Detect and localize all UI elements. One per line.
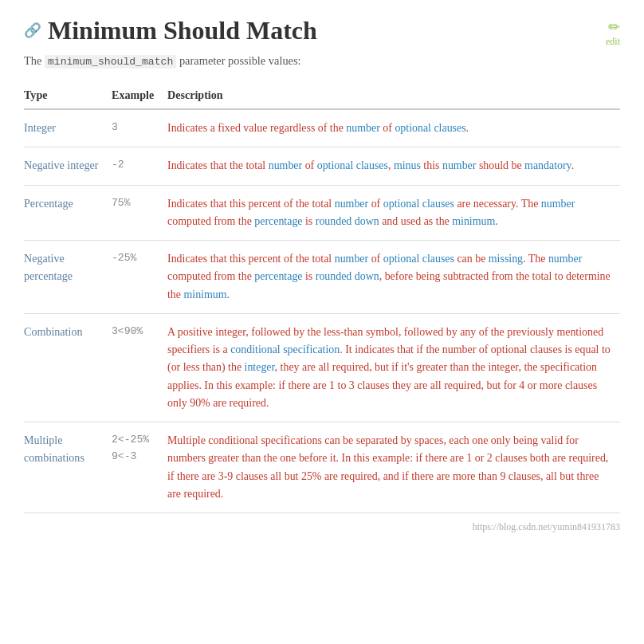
- param-code: minimum_should_match: [45, 55, 176, 69]
- table-row: Percentage75%Indicates that this percent…: [24, 185, 620, 241]
- type-cell: Negative percentage: [24, 241, 112, 314]
- example-cell: 3<90%: [112, 313, 167, 422]
- col-type: Type: [24, 84, 112, 109]
- table-row: Negative integer-2Indicates that the tot…: [24, 147, 620, 185]
- table-row: Negative percentage-25%Indicates that th…: [24, 241, 620, 314]
- page-title: 🔗 Minimum Should Match: [24, 16, 317, 45]
- desc-cell: Indicates that this percent of the total…: [167, 241, 620, 314]
- desc-cell: A positive integer, followed by the less…: [167, 313, 620, 422]
- edit-icon: ✏: [606, 19, 620, 36]
- example-cell: -25%: [112, 241, 167, 314]
- desc-cell: Indicates that this percent of the total…: [167, 185, 620, 241]
- desc-cell: Multiple conditional specifications can …: [167, 422, 620, 513]
- footer-url: https://blog.csdn.net/yumin841931783: [24, 521, 620, 533]
- table-row: Multiple combinations2<-25%9<-3Multiple …: [24, 422, 620, 513]
- example-cell: -2: [112, 147, 167, 185]
- table-row: Integer3Indicates a fixed value regardle…: [24, 109, 620, 147]
- col-description: Description: [167, 84, 620, 109]
- type-cell: Integer: [24, 109, 112, 147]
- example-cell: 75%: [112, 185, 167, 241]
- subtitle: The minimum_should_match parameter possi…: [24, 54, 620, 68]
- edit-button[interactable]: ✏ edit: [606, 16, 620, 48]
- desc-cell: Indicates a fixed value regardless of th…: [167, 109, 620, 147]
- example-cell: 3: [112, 109, 167, 147]
- desc-cell: Indicates that the total number of optio…: [167, 147, 620, 185]
- type-cell: Multiple combinations: [24, 422, 112, 513]
- table-row: Combination3<90%A positive integer, foll…: [24, 313, 620, 422]
- reference-table: Type Example Description Integer3Indicat…: [24, 84, 620, 513]
- type-cell: Percentage: [24, 185, 112, 241]
- example-cell: 2<-25%9<-3: [112, 422, 167, 513]
- table-header-row: Type Example Description: [24, 84, 620, 109]
- type-cell: Negative integer: [24, 147, 112, 185]
- page-header: 🔗 Minimum Should Match ✏ edit: [24, 16, 620, 48]
- col-example: Example: [112, 84, 167, 109]
- link-icon: 🔗: [24, 22, 41, 39]
- type-cell: Combination: [24, 313, 112, 422]
